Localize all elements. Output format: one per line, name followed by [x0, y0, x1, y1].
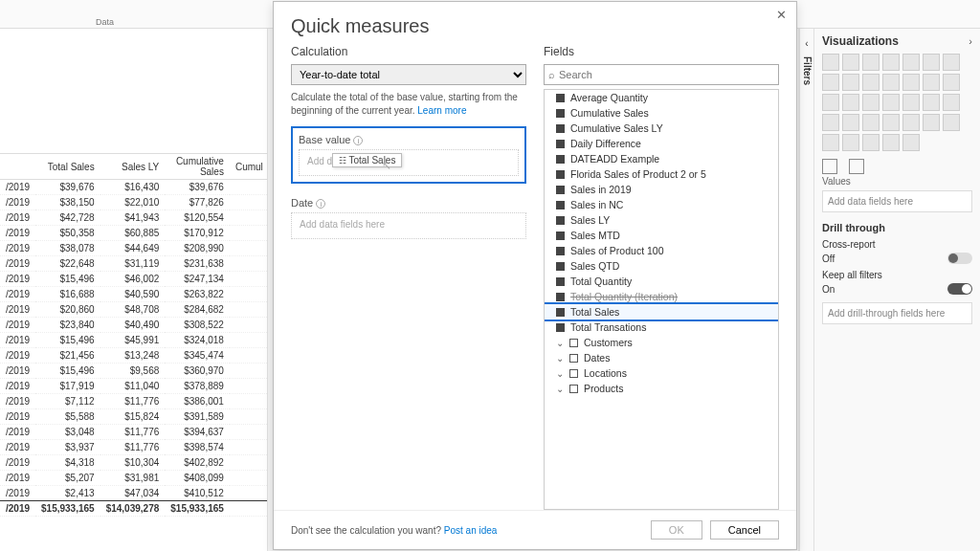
- table-row[interactable]: /2019$23,840$40,490$308,522: [0, 318, 268, 333]
- drag-chip-total-sales[interactable]: Total Sales: [332, 153, 402, 167]
- field-measure[interactable]: Sales MTD: [545, 228, 778, 243]
- visual-type-icon[interactable]: [902, 94, 920, 111]
- visual-type-icon[interactable]: [842, 54, 859, 71]
- visual-type-icon[interactable]: [882, 114, 900, 131]
- ok-button[interactable]: OK: [651, 520, 702, 540]
- learn-more-link[interactable]: Learn more: [417, 105, 466, 116]
- field-measure[interactable]: Cumulative Sales LY: [545, 121, 778, 136]
- visual-type-icon[interactable]: [822, 74, 839, 91]
- visual-type-icon[interactable]: [902, 54, 920, 71]
- field-measure[interactable]: Daily Difference: [545, 136, 778, 151]
- visual-type-icon[interactable]: [902, 134, 920, 151]
- visual-type-icon[interactable]: [842, 114, 859, 131]
- field-measure[interactable]: Total Quantity (Iteration): [545, 289, 778, 304]
- table-row[interactable]: /2019$38,150$22,010$77,826: [0, 195, 268, 210]
- field-measure[interactable]: Sales in NC: [545, 197, 778, 212]
- field-measure[interactable]: Average Quantity: [545, 90, 778, 105]
- visual-type-icon[interactable]: [902, 114, 920, 131]
- table-row[interactable]: /2019$39,676$16,430$39,676: [0, 180, 268, 195]
- keep-filters-toggle[interactable]: [947, 283, 972, 295]
- table-row[interactable]: /2019$7,112$11,776$386,001: [0, 394, 268, 409]
- close-icon[interactable]: ✕: [776, 8, 787, 22]
- visual-type-icon[interactable]: [882, 74, 900, 91]
- table-row[interactable]: /2019$5,207$31,981$408,099: [0, 471, 268, 486]
- visual-type-icon[interactable]: [862, 54, 880, 71]
- visual-type-icon[interactable]: [822, 134, 839, 151]
- visual-type-icon[interactable]: [882, 94, 900, 111]
- cross-report-toggle[interactable]: [947, 253, 972, 264]
- date-dropzone[interactable]: Add data fields here: [291, 212, 526, 239]
- table-row[interactable]: /2019$5,588$15,824$391,589: [0, 409, 268, 425]
- visual-type-icon[interactable]: [842, 94, 859, 111]
- visual-type-icon[interactable]: [943, 74, 960, 91]
- visual-type-icon[interactable]: [842, 134, 859, 151]
- table-row[interactable]: /2019$17,919$11,040$378,889: [0, 379, 268, 394]
- table-row[interactable]: /2019$38,078$44,649$208,990: [0, 241, 268, 256]
- field-table[interactable]: Dates: [545, 350, 778, 365]
- dialog-title: Quick measures: [274, 2, 796, 41]
- post-idea-link[interactable]: Post an idea: [444, 525, 498, 536]
- filters-collapsed-tab[interactable]: ‹ Filters: [799, 29, 814, 551]
- visual-type-icon[interactable]: [862, 114, 880, 131]
- visual-type-icon[interactable]: [822, 114, 839, 131]
- visual-type-icon[interactable]: [943, 94, 960, 111]
- visual-type-icon[interactable]: [923, 54, 940, 71]
- field-measure[interactable]: Sales of Product 100: [545, 243, 778, 258]
- table-icon: [569, 369, 578, 378]
- visual-type-icon[interactable]: [923, 94, 940, 111]
- visual-type-icon[interactable]: [842, 74, 859, 91]
- cross-report-label: Cross-report: [822, 239, 876, 250]
- base-value-dropzone[interactable]: Add d Total Sales ↖: [299, 149, 519, 176]
- field-table[interactable]: Customers: [545, 335, 778, 350]
- table-row[interactable]: /2019$16,688$40,590$263,822: [0, 287, 268, 302]
- visual-type-icon[interactable]: [902, 74, 920, 91]
- fields-search-input[interactable]: [559, 69, 774, 80]
- field-measure[interactable]: Florida Sales of Product 2 or 5: [545, 166, 778, 182]
- visual-type-icon[interactable]: [882, 54, 900, 71]
- values-well[interactable]: Add data fields here: [822, 190, 972, 212]
- field-list[interactable]: Average QuantityCumulative SalesCumulati…: [544, 89, 779, 510]
- visual-type-icon[interactable]: [943, 54, 960, 71]
- fields-tab-icon[interactable]: [822, 159, 837, 174]
- field-measure[interactable]: Total Transations: [545, 320, 778, 335]
- visual-type-icon[interactable]: [822, 54, 839, 71]
- field-measure[interactable]: Total Quantity: [545, 274, 778, 289]
- visual-type-icon[interactable]: [923, 74, 940, 91]
- report-table: Total SalesSales LYCumulative SalesCumul…: [0, 29, 268, 551]
- chevron-right-icon[interactable]: ›: [969, 35, 972, 47]
- format-tab-icon[interactable]: [849, 159, 864, 174]
- field-measure[interactable]: DATEADD Example: [545, 151, 778, 166]
- visual-type-icon[interactable]: [923, 114, 940, 131]
- field-measure[interactable]: Sales QTD: [545, 258, 778, 274]
- table-row[interactable]: /2019$15,496$46,002$247,134: [0, 272, 268, 287]
- visual-type-icon[interactable]: [822, 94, 839, 111]
- drill-through-well[interactable]: Add drill-through fields here: [822, 302, 972, 324]
- calculation-select[interactable]: Year-to-date total: [291, 64, 526, 85]
- table-row[interactable]: /2019$21,456$13,248$345,474: [0, 348, 268, 364]
- table-row[interactable]: /2019$3,048$11,776$394,637: [0, 425, 268, 440]
- table-row[interactable]: /2019$42,728$41,943$120,554: [0, 210, 268, 226]
- field-measure[interactable]: Sales LY: [545, 212, 778, 228]
- visual-type-icon[interactable]: [862, 134, 880, 151]
- cancel-button[interactable]: Cancel: [710, 520, 779, 540]
- table-row[interactable]: /2019$4,318$10,304$402,892: [0, 455, 268, 471]
- table-row[interactable]: /2019$15,496$45,991$324,018: [0, 333, 268, 348]
- col-header: [0, 154, 35, 180]
- drill-through-title: Drill through: [822, 222, 972, 233]
- field-table[interactable]: Products: [545, 381, 778, 396]
- visual-type-icon[interactable]: [862, 94, 880, 111]
- fields-search[interactable]: ⌕: [544, 64, 779, 85]
- field-measure[interactable]: Sales in 2019: [545, 182, 778, 197]
- visual-type-icon[interactable]: [862, 74, 880, 91]
- table-row[interactable]: /2019$22,648$31,119$231,638: [0, 256, 268, 272]
- table-row[interactable]: /2019$3,937$11,776$398,574: [0, 440, 268, 455]
- table-row[interactable]: /2019$2,413$47,034$410,512: [0, 486, 268, 501]
- field-measure[interactable]: Cumulative Sales: [545, 105, 778, 121]
- visual-type-icon[interactable]: [943, 114, 960, 131]
- visual-type-icon[interactable]: [882, 134, 900, 151]
- field-measure[interactable]: Total Sales: [545, 304, 778, 320]
- table-row[interactable]: /2019$50,358$60,885$170,912: [0, 226, 268, 241]
- table-row[interactable]: /2019$15,496$9,568$360,970: [0, 364, 268, 379]
- field-table[interactable]: Locations: [545, 365, 778, 381]
- table-row[interactable]: /2019$20,860$48,708$284,682: [0, 302, 268, 318]
